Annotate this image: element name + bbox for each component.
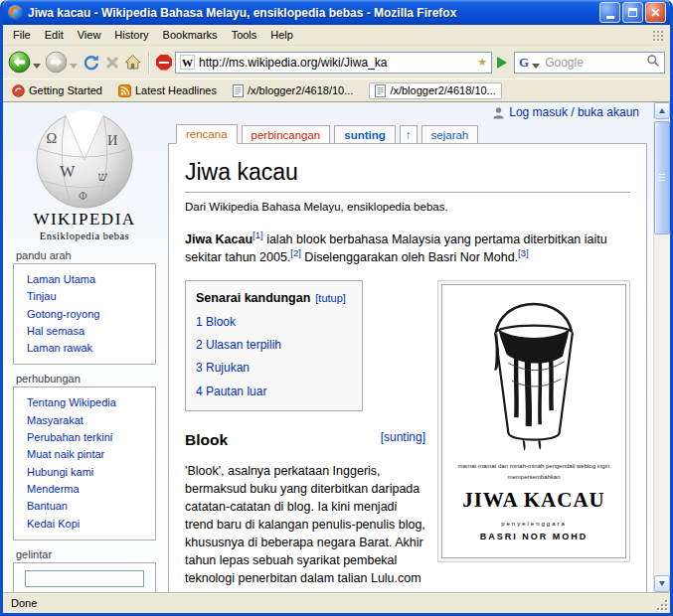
getting-started-icon — [12, 84, 25, 97]
page-title: Jiwa kacau — [185, 156, 630, 193]
toolbar-separator — [148, 52, 150, 74]
login-link[interactable]: Log masuk / buka akaun — [492, 105, 639, 119]
svg-text:И: И — [107, 132, 117, 148]
bookmark-blogger-2[interactable]: /x/blogger2/4618/10... — [369, 82, 501, 99]
reference-link-3[interactable]: [3] — [518, 247, 529, 258]
toc-item-rujukan[interactable]: 3 Rujukan — [196, 360, 346, 377]
bookmark-getting-started[interactable]: Getting Started — [12, 84, 102, 97]
sidebar-item-kedai-kopi[interactable]: Kedai Kopi — [27, 517, 151, 531]
sidebar-item-tinjau[interactable]: Tinjau — [27, 289, 151, 303]
resize-grip[interactable] — [654, 597, 669, 612]
tab-sejarah[interactable]: sejarah — [421, 125, 479, 144]
wikipedia-globe-logo[interactable]: Ω И W ש Φ — [29, 106, 140, 210]
browser-viewport: Ω И W ש Φ WIKIPEDIA Ensiklopedia bebas p… — [3, 101, 670, 592]
menu-help[interactable]: Help — [263, 26, 300, 44]
reference-link-1[interactable]: [1] — [252, 230, 263, 240]
sidebar-item-laman-rawak[interactable]: Laman rawak — [27, 341, 151, 355]
bookmark-blogger-1[interactable]: /x/blogger2/4618/10... — [233, 84, 353, 97]
toc-item-ulasan[interactable]: 2 Ulasan terpilih — [196, 337, 346, 354]
section-heading-blook: [sunting]Blook — [185, 429, 425, 451]
toc-toggle-link[interactable]: [tutup] — [315, 292, 346, 304]
vertical-scrollbar[interactable] — [653, 102, 670, 592]
sidebar-item-gotong-royong[interactable]: Gotong-royong — [27, 307, 151, 321]
svg-text:W: W — [60, 162, 76, 181]
wikipedia-favicon: W — [180, 55, 195, 70]
title-bar[interactable]: Jiwa kacau - Wikipedia Bahasa Melayu, en… — [3, 0, 670, 25]
adblock-icon[interactable] — [156, 55, 172, 71]
sidebar-item-perubahan[interactable]: Perubahan terkini — [27, 430, 151, 444]
wiki-main-column: Log masuk / buka akaun rencana perbincan… — [168, 102, 647, 592]
cover-role: penyelenggara — [501, 520, 567, 529]
scrollbar-thumb[interactable] — [654, 121, 670, 234]
toc-title: Senarai kandungan — [196, 291, 310, 305]
svg-text:Ω: Ω — [46, 130, 57, 146]
menu-view[interactable]: View — [71, 26, 108, 44]
tab-perbincangan[interactable]: perbincangan — [242, 125, 331, 144]
search-icon[interactable] — [646, 54, 660, 72]
window-controls: ✕ — [599, 2, 666, 23]
menu-tools[interactable]: Tools — [225, 26, 264, 44]
back-button[interactable] — [8, 51, 31, 74]
go-button[interactable] — [497, 57, 507, 69]
wikipedia-page: Ω И W ש Φ WIKIPEDIA Ensiklopedia bebas p… — [3, 102, 653, 592]
user-icon — [492, 106, 505, 119]
wikipedia-tagline: Ensiklopedia bebas — [7, 231, 162, 241]
status-text: Done — [11, 597, 37, 609]
cover-caption: mamat-mamat dan minah-minah pengendali w… — [453, 461, 614, 483]
maximize-button[interactable] — [622, 2, 643, 23]
scroll-up-button[interactable] — [654, 102, 670, 119]
url-text[interactable]: http://ms.wikipedia.org/wiki/Jiwa_ka — [199, 56, 473, 70]
sidebar-item-hal-semasa[interactable]: Hal semasa — [27, 324, 151, 338]
forward-button[interactable] — [45, 51, 68, 74]
wiki-sidebar: Ω И W ש Φ WIKIPEDIA Ensiklopedia bebas p… — [7, 104, 162, 592]
sidebar-item-masyarakat[interactable]: Masyarakat — [27, 413, 151, 427]
tab-sunting[interactable]: sunting — [334, 125, 396, 144]
stop-button[interactable] — [104, 55, 120, 71]
search-engine-label[interactable]: Google — [545, 56, 642, 70]
window-title: Jiwa kacau - Wikipedia Bahasa Melayu, en… — [28, 6, 595, 20]
bookmark-latest-headlines[interactable]: Latest Headlines — [118, 84, 217, 97]
search-engine-dropdown[interactable] — [532, 64, 540, 69]
search-bar[interactable]: G Google — [514, 52, 665, 74]
reference-link-2[interactable]: [2] — [290, 247, 301, 258]
home-button[interactable] — [123, 54, 142, 71]
sidebar-item-hubungi[interactable]: Hubungi kami — [27, 465, 151, 479]
reload-button[interactable] — [82, 53, 101, 73]
book-cover: mamat-mamat dan minah-minah pengendali w… — [441, 284, 626, 558]
menu-history[interactable]: History — [107, 26, 155, 44]
svg-text:ש: ש — [97, 169, 107, 184]
tab-up-arrow[interactable]: ↑ — [400, 125, 418, 144]
scroll-down-button[interactable] — [654, 575, 670, 592]
section-edit-link[interactable]: [sunting] — [381, 429, 425, 446]
back-history-dropdown[interactable] — [33, 64, 41, 69]
bookmark-star-icon[interactable]: ★ — [477, 56, 487, 69]
sidebar-item-bantuan[interactable]: Bantuan — [27, 499, 151, 513]
menu-bookmarks[interactable]: Bookmarks — [156, 26, 225, 44]
tab-rencana[interactable]: rencana — [176, 124, 238, 144]
table-of-contents: Senarai kandungan[tutup] 1 Blook 2 Ulasa… — [185, 280, 363, 411]
sidebar-nav-box: Laman Utama Tinjau Gotong-royong Hal sem… — [13, 263, 156, 365]
sidebar-section-search-title: gelintar — [7, 548, 162, 560]
page-icon — [375, 84, 386, 97]
sidebar-item-tentang[interactable]: Tentang Wikipedia — [27, 395, 151, 409]
forward-history-dropdown[interactable] — [70, 64, 78, 69]
sidebar-item-muat-naik[interactable]: Muat naik pintar — [27, 447, 151, 461]
toc-item-blook[interactable]: 1 Blook — [196, 314, 346, 331]
menu-edit[interactable]: Edit — [38, 26, 71, 44]
site-subtitle: Dari Wikipedia Bahasa Melayu, ensikloped… — [185, 199, 630, 216]
google-logo-icon[interactable]: G — [519, 55, 529, 71]
wiki-search-input[interactable] — [25, 570, 144, 587]
navigation-toolbar: W http://ms.wikipedia.org/wiki/Jiwa_ka ★… — [3, 46, 670, 78]
firefox-window: Jiwa kacau - Wikipedia Bahasa Melayu, en… — [0, 0, 673, 616]
svg-text:Φ: Φ — [79, 190, 87, 202]
close-button[interactable]: ✕ — [645, 2, 666, 23]
sidebar-item-menderma[interactable]: Menderma — [27, 482, 151, 496]
url-bar[interactable]: W http://ms.wikipedia.org/wiki/Jiwa_ka ★ — [175, 52, 492, 74]
menu-file[interactable]: File — [6, 26, 38, 44]
cover-image-frame[interactable]: mamat-mamat dan minah-minah pengendali w… — [437, 280, 630, 562]
toc-item-pautan[interactable]: 4 Pautan luar — [196, 384, 346, 400]
sidebar-item-laman-utama[interactable]: Laman Utama — [27, 272, 151, 286]
rss-icon — [118, 84, 131, 97]
firefox-icon — [7, 4, 24, 21]
minimize-button[interactable] — [599, 2, 620, 23]
